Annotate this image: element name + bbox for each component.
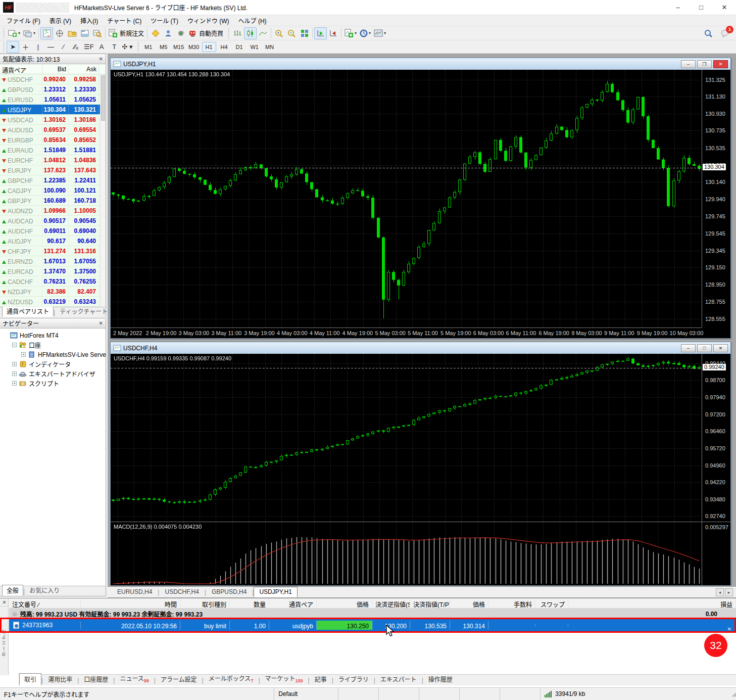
terminal-tab-6[interactable]: マーケット159 [260, 672, 308, 685]
line-chart-type-button[interactable] [257, 27, 269, 39]
chart-tab-gbpusd-h4[interactable]: GBPUSD,H4 [206, 587, 252, 597]
timeframe-m5-button[interactable]: M5 [157, 42, 171, 52]
menu-item-I[interactable]: 挿入(I) [76, 15, 103, 26]
terminal-tab-0[interactable]: 取引 [19, 673, 41, 685]
market-watch-row-usdchf[interactable]: USDCHF0.992400.99258 [0, 74, 106, 84]
terminal-tab-7[interactable]: 記事 [310, 673, 332, 685]
usdjpy-chart-canvas[interactable] [111, 70, 702, 327]
timeframe-d1-button[interactable]: D1 [232, 42, 247, 52]
terminal-column-3[interactable]: 数量 [230, 598, 269, 608]
market-watch-row-audnzd[interactable]: AUDNZD1.099661.10005 [0, 206, 106, 216]
chart-tab-usdjpy-h1[interactable]: USDJPY,H1 [254, 587, 297, 597]
terminal-column-5[interactable]: 価格 [317, 598, 372, 608]
signals-icon[interactable] [174, 27, 187, 39]
market-watch-row-audchf[interactable]: AUDCHF0.690110.69040 [0, 226, 106, 236]
market-watch-scrollbar[interactable] [100, 74, 106, 307]
new-order-button[interactable]: 新規注文 [107, 27, 145, 39]
candlestick-type-button[interactable] [244, 27, 257, 39]
market-watch-tab-0[interactable]: 通貨ペアリスト [2, 306, 54, 317]
maximize-button[interactable]: □ [690, 0, 713, 15]
terminal-tab-5[interactable]: メールボックス7 [204, 672, 259, 685]
chart-minimize-button[interactable]: – [681, 344, 696, 352]
vertical-line-tool[interactable]: | [32, 41, 44, 53]
toolbar-grip[interactable] [137, 42, 139, 52]
chart-tab-usdchf-h4[interactable]: USDCHF,H4 [159, 587, 204, 597]
scrollbar-thumb[interactable] [101, 75, 105, 121]
terminal-tab-10[interactable]: 操作履歴 [423, 673, 458, 685]
terminal-tab-4[interactable]: アラーム設定 [156, 673, 202, 685]
navigator-item-indicators[interactable]: +fインディケータ [0, 359, 106, 369]
close-icon[interactable]: ✕ [0, 598, 9, 606]
usdchf-chart-canvas[interactable] [111, 354, 702, 522]
terminal-column-6[interactable]: 決済逆指値(S/L) [372, 598, 410, 608]
terminal-tab-8[interactable]: ライブラリ [333, 673, 374, 685]
order-close-icon[interactable]: ✕ [727, 626, 731, 632]
bar-chart-type-button[interactable] [231, 27, 244, 39]
new-chart-button[interactable]: ▾ [7, 27, 22, 39]
toolbar-grip[interactable] [228, 28, 229, 38]
cursor-tool[interactable]: ➤ [7, 41, 19, 53]
market-watch-tab-1[interactable]: ティックチャート [55, 306, 112, 317]
column-ask[interactable]: Ask [69, 64, 99, 74]
chart-tab-eurusd-h4[interactable]: EURUSD,H4 [112, 587, 158, 597]
horizontal-line-tool[interactable]: — [44, 41, 57, 53]
collapse-icon[interactable]: − [12, 343, 17, 347]
market-watch-row-audjpy[interactable]: AUDJPY90.61790.640 [0, 236, 106, 246]
timeframe-m1-button[interactable]: M1 [141, 42, 156, 52]
market-watch-row-eurchf[interactable]: EURCHF1.048121.04836 [0, 155, 106, 165]
crosshair-tool[interactable]: ＋ [19, 41, 32, 53]
terminal-column-11[interactable]: 損益 [568, 598, 736, 608]
metaeditor-icon[interactable] [149, 27, 162, 39]
toolbar-grip[interactable] [3, 28, 5, 38]
market-watch-toggle-button[interactable] [40, 27, 53, 39]
menu-item-H[interactable]: ヘルプ (H) [234, 15, 271, 26]
terminal-tab-3[interactable]: ニュース99 [115, 672, 154, 685]
terminal-column-2[interactable]: 取引種別 [180, 598, 230, 608]
expand-icon[interactable]: + [12, 371, 17, 376]
market-watch-row-cadchf[interactable]: CADCHF0.762310.76255 [0, 276, 106, 287]
menu-item-W[interactable]: ウィンドウ (W) [183, 15, 234, 26]
scroll-left-icon[interactable]: ◂ [716, 588, 724, 596]
terminal-tab-9[interactable]: エキスパート [375, 673, 422, 685]
chart-close-button[interactable]: ✕ [713, 344, 728, 352]
navigator-tab-1[interactable]: お気に入り [25, 585, 64, 596]
templates-button[interactable]: ▾ [372, 27, 387, 39]
market-watch-row-eurgbp[interactable]: EURGBP0.856340.85652 [0, 135, 106, 145]
terminal-column-4[interactable]: 通貨ペア [269, 598, 317, 608]
market-watch-row-audcad[interactable]: AUDCAD0.905170.90545 [0, 216, 106, 226]
navigator-item-scripts[interactable]: +スクリプト [0, 379, 106, 388]
profiles-button[interactable]: ▾ [22, 27, 37, 39]
market-watch-row-cadjpy[interactable]: CADJPY100.090100.121 [0, 185, 106, 196]
terminal-tab-1[interactable]: 運用比率 [43, 673, 77, 685]
terminal-column-8[interactable]: 価格 [450, 598, 488, 608]
navigator-item-experts[interactable]: +エキスパートアドバイザ [0, 369, 106, 379]
terminal-column-10[interactable]: スワップ [535, 598, 568, 608]
chart-window-titlebar[interactable]: USDCHF,H4 – □ ✕ [111, 342, 730, 354]
auto-trading-button[interactable]: 自動売買 [187, 27, 225, 39]
terminal-tab-2[interactable]: 口座履歴 [79, 673, 113, 685]
expand-icon[interactable]: + [12, 362, 17, 366]
market-watch-row-eurnzd[interactable]: EURNZD1.670131.67055 [0, 256, 106, 266]
chart-minimize-button[interactable]: – [681, 60, 696, 68]
periods-button[interactable]: ▾ [358, 27, 372, 39]
market-watch-row-nzdjpy[interactable]: NZDJPY82.38682.407 [0, 287, 106, 297]
market-watch-row-chfjpy[interactable]: CHFJPY131.274131.316 [0, 246, 106, 256]
scroll-right-icon[interactable]: ▸ [725, 588, 733, 596]
column-symbol[interactable]: 通貨ペア [0, 64, 42, 74]
tile-windows-button[interactable] [298, 27, 311, 39]
channel-tool[interactable]: ∕∕ₑ [70, 41, 82, 53]
toolbar-grip[interactable] [3, 42, 5, 52]
market-watch-row-gbpjpy[interactable]: GBPJPY160.689160.718 [0, 196, 106, 206]
data-window-button[interactable] [53, 27, 66, 39]
resize-grip[interactable]: ◢ [729, 691, 736, 697]
menu-item-F[interactable]: ファイル (F) [2, 15, 45, 26]
menu-item-V[interactable]: 表示 (V) [45, 15, 76, 26]
terminal-column-1[interactable]: 時間 [81, 598, 180, 608]
chart-window-titlebar[interactable]: USDJPY,H1 – ❐ ✕ [111, 58, 730, 70]
timeframe-h1-button[interactable]: H1 [202, 42, 216, 52]
chart-close-button[interactable]: ✕ [713, 60, 728, 68]
status-profile[interactable]: Default [274, 688, 338, 700]
menu-item-C[interactable]: チャート (C) [103, 15, 146, 26]
macd-indicator-canvas[interactable] [111, 522, 702, 585]
notifications-icon[interactable]: 1 [718, 27, 731, 39]
